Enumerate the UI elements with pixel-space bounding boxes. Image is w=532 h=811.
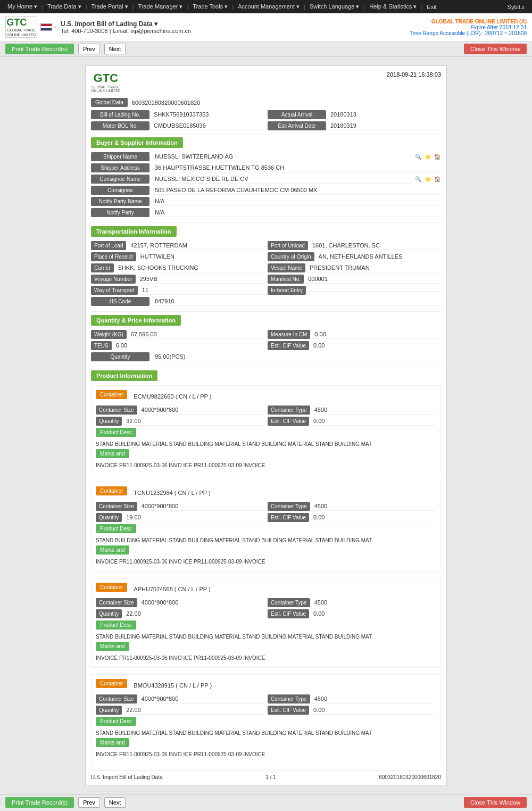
home-icon[interactable]: 🏠 (434, 153, 441, 161)
origin-group: Country of Origin AN, NETHERLANDS ANTILL… (268, 252, 441, 261)
print-button[interactable]: Print Trade Record(s) (5, 44, 74, 54)
esti-arrival-value: 20180319 (328, 121, 441, 130)
notify-party-row: Notify Party N/A (91, 208, 441, 217)
flag-icon (40, 23, 52, 31)
receipt-value: HUTTWILEN (138, 252, 264, 261)
star-icon[interactable]: ⭐ (424, 153, 431, 161)
nav-trade-portal[interactable]: Trade Portal ▾ (88, 2, 131, 11)
bottom-close-button[interactable]: Close This Window (464, 797, 527, 808)
master-bol-group: Mater BOL No. CMDUBSE0185036 (91, 121, 264, 130)
header-expire: Expire After 2018-12-31 (410, 24, 527, 30)
marks-button[interactable]: Marks and (96, 642, 129, 651)
container-label: Container (96, 390, 127, 399)
search-icon[interactable]: 🔍 (414, 153, 422, 161)
master-bol-label: Mater BOL No. (91, 121, 149, 130)
qty-label: Quantity (96, 417, 122, 426)
quantity-row: Quantity 95.00(PCS) (91, 352, 441, 361)
product-desc-button[interactable]: Product Desc (96, 524, 136, 533)
marks-button[interactable]: Marks and (96, 738, 129, 747)
origin-value: AN, NETHERLANDS ANTILLES (317, 252, 441, 261)
container-cif-label: Esti. CIF Value (268, 706, 309, 715)
port-unload-value: 1601, CHARLESTON, SC (310, 241, 441, 250)
marks-text: INVOICE PR11-000925-03-06 INVO ICE PR11-… (96, 751, 436, 757)
notify-party-label: Notify Party (91, 208, 149, 217)
header-info: U.S. Import Bill of Lading Data ▾ Tel: 4… (61, 20, 191, 34)
logo-sub-text: GLOBAL TRADEONLINE LIMITED (6, 28, 36, 37)
container-size-type-row: Container Size 4000*900*800 Container Ty… (96, 502, 436, 511)
container-cif-value: 0.00 (311, 609, 436, 618)
qty-group: Quantity 19.00 (96, 513, 264, 522)
container-cif-value: 0.00 (311, 513, 436, 522)
product-desc-button[interactable]: Product Desc (96, 428, 136, 437)
nav-trade-tools[interactable]: Trade Tools ▾ (189, 2, 231, 11)
global-data-row: Global Data 600320180320000601820 (91, 98, 441, 107)
nav-trade-manager[interactable]: Trade Manager ▾ (135, 2, 186, 11)
container-cif-label: Esti. CIF Value (268, 609, 309, 618)
marks-button[interactable]: Marks and (96, 449, 129, 458)
qty-label: Quantity (96, 706, 122, 715)
product-desc-text: STAND BUILDING MATERIAL STAND BUILDING M… (96, 634, 436, 640)
container-label: Container (96, 679, 127, 688)
measure-group: Measure In CM 0.00 (268, 330, 441, 339)
container-size-type-row: Container Size 4000*900*800 Container Ty… (96, 694, 436, 704)
manifest-value: 000001 (306, 275, 441, 284)
consignee-name-row: Consignee Name NUESSLI MEXICO S DE RL DE… (91, 175, 441, 184)
type-label: Container Type (268, 502, 310, 511)
nav-help-statistics[interactable]: Help & Statistics ▾ (366, 2, 420, 11)
notify-party-name-value: N/A (153, 197, 441, 206)
doc-logo: GTC GLOBAL TRADEONLINE LIMITED (91, 71, 121, 93)
home-icon-2[interactable]: 🏠 (434, 176, 441, 183)
prev-button[interactable]: Prev (78, 44, 100, 54)
inbond-group: In-bond Entry (268, 286, 441, 295)
cif-label: Esti. CIF Value (268, 341, 309, 350)
bottom-prev-button[interactable]: Prev (78, 797, 100, 808)
nav-account-management[interactable]: Account Management ▾ (235, 2, 303, 11)
product-desc-button[interactable]: Product Desc (96, 717, 136, 726)
size-value: 4000*900*800 (139, 694, 264, 704)
origin-label: Country of Origin (268, 252, 314, 261)
marks-button[interactable]: Marks and (96, 545, 129, 555)
shipper-name-row: Shipper Name NUESSLI SWITZERLAND AG 🔍 ⭐ … (91, 152, 441, 161)
star-icon-2[interactable]: ⭐ (424, 176, 431, 183)
consignee-name-value: NUESSLI MEXICO S DE RL DE CV (153, 175, 411, 184)
consignee-name-label: Consignee Name (91, 175, 149, 184)
container-cif-group: Esti. CIF Value 0.00 (268, 513, 436, 522)
teus-value: 6.00 (114, 341, 264, 350)
actual-arrival-group: Actual Arrival 20180313 (268, 110, 441, 119)
doc-logo-text: GTC (94, 71, 118, 85)
weight-label: Weight (KG) (91, 330, 127, 339)
inbond-value (308, 289, 441, 292)
global-data-value: 600320180320000601820 (132, 100, 441, 106)
bottom-print-button[interactable]: Print Trade Record(s) (5, 797, 74, 808)
esti-arrival-label: Esti Arrival Date (268, 121, 326, 130)
esti-arrival-group: Esti Arrival Date 20180319 (268, 121, 441, 130)
shipper-name-value: NUESSLI SWITZERLAND AG (153, 152, 411, 161)
container-value: BMOU4328915 ( CN / L / PP ) (134, 682, 212, 689)
receipt-group: Place of Receipt HUTTWILEN (91, 252, 264, 261)
container-cif-value: 0.00 (311, 706, 436, 715)
nav-exit[interactable]: Exit (423, 3, 439, 11)
nav-switch-language[interactable]: Switch Language ▾ (306, 2, 362, 11)
container-cif-label: Esti. CIF Value (268, 513, 309, 522)
size-group: Container Size 4000*900*800 (96, 598, 264, 607)
carrier-value: SHKK, SCHOOKS TRUCKING (116, 263, 264, 272)
teus-label: TEUS (91, 341, 112, 350)
bottom-next-button[interactable]: Next (104, 797, 126, 808)
search-icon-2[interactable]: 🔍 (414, 176, 422, 183)
marks-text: INVOICE PR11-000925-03-06 INVO ICE PR11-… (96, 559, 436, 565)
size-group: Container Size 4000*900*800 (96, 694, 264, 704)
type-group: Container Type 4500 (268, 598, 436, 607)
nav-trade-data[interactable]: Trade Data ▾ (44, 2, 85, 11)
product-desc-button[interactable]: Product Desc (96, 620, 136, 630)
close-button[interactable]: Close This Window (464, 44, 527, 54)
type-value: 4500 (312, 502, 436, 511)
quantity-value: 95.00(PCS) (153, 352, 441, 361)
port-row: Port of Load 42157, ROTTERDAM Port of Un… (91, 241, 441, 250)
header-time-range: Time Range Accessible (LDR) : 200712 ~ 2… (410, 30, 527, 36)
cif-value: 0.00 (311, 341, 441, 350)
nav-my-home[interactable]: My Home ▾ (4, 2, 40, 11)
next-button[interactable]: Next (104, 44, 126, 54)
inbond-label: In-bond Entry (268, 286, 306, 295)
transportation-header: Transportation Information (91, 226, 177, 237)
product-desc-text: STAND BUILDING MATERIAL STAND BUILDING M… (96, 537, 436, 543)
